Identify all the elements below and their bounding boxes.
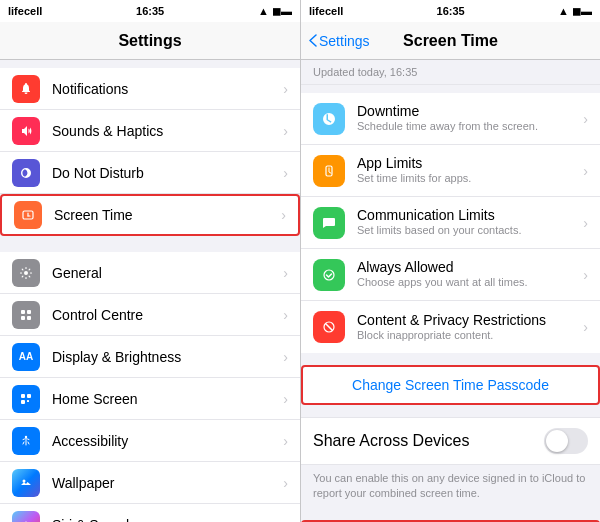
sounds-label: Sounds & Haptics: [52, 123, 277, 139]
right-status-icons: ▲ ◼▬: [558, 5, 592, 18]
sounds-icon: [12, 117, 40, 145]
left-time: 16:35: [136, 5, 164, 17]
siri-chevron: ›: [283, 517, 288, 523]
right-settings-list: Updated today, 16:35 Downtime Schedule t…: [301, 60, 600, 522]
change-passcode-button[interactable]: Change Screen Time Passcode: [301, 365, 600, 405]
always-allowed-icon: [313, 259, 345, 291]
back-button[interactable]: Settings: [309, 33, 370, 49]
updated-bar: Updated today, 16:35: [301, 60, 600, 85]
row-screentime[interactable]: Screen Time ›: [0, 194, 300, 236]
row-applimits[interactable]: App Limits Set time limits for apps. ›: [301, 145, 600, 197]
right-panel: lifecell 16:35 ▲ ◼▬ Settings Screen Time…: [300, 0, 600, 522]
dnd-label: Do Not Disturb: [52, 165, 277, 181]
communication-label: Communication Limits: [357, 207, 577, 223]
downtime-text: Downtime Schedule time away from the scr…: [357, 103, 577, 133]
control-centre-text: Control Centre: [52, 307, 277, 323]
row-control-centre[interactable]: Control Centre ›: [0, 294, 300, 336]
content-privacy-label: Content & Privacy Restrictions: [357, 312, 577, 328]
homescreen-chevron: ›: [283, 391, 288, 407]
row-display[interactable]: AA Display & Brightness ›: [0, 336, 300, 378]
accessibility-icon: [12, 427, 40, 455]
applimits-sublabel: Set time limits for apps.: [357, 172, 577, 185]
left-nav-bar: Settings: [0, 22, 300, 60]
row-dnd[interactable]: Do Not Disturb ›: [0, 152, 300, 194]
section-gap-right-1: [301, 353, 600, 361]
svg-point-17: [324, 270, 334, 280]
notifications-icon: [12, 75, 40, 103]
homescreen-icon: [12, 385, 40, 413]
updated-text: Updated today, 16:35: [313, 66, 417, 78]
left-settings-list: Notifications › Sounds & Haptics ›: [0, 60, 300, 522]
share-sublabel: You can enable this on any device signed…: [301, 465, 600, 508]
row-general[interactable]: General ›: [0, 252, 300, 294]
homescreen-text: Home Screen: [52, 391, 277, 407]
svg-rect-5: [27, 310, 31, 314]
notifications-chevron: ›: [283, 81, 288, 97]
svg-rect-7: [27, 316, 31, 320]
downtime-sublabel: Schedule time away from the screen.: [357, 120, 577, 133]
wallpaper-text: Wallpaper: [52, 475, 277, 491]
siri-text: Siri & Search: [52, 517, 277, 523]
always-allowed-label: Always Allowed: [357, 259, 577, 275]
display-icon: AA: [12, 343, 40, 371]
svg-rect-6: [21, 316, 25, 320]
communication-text: Communication Limits Set limits based on…: [357, 207, 577, 237]
accessibility-text: Accessibility: [52, 433, 277, 449]
row-wallpaper[interactable]: Wallpaper ›: [0, 462, 300, 504]
section-gap-1: [0, 236, 300, 244]
right-status-bar: lifecell 16:35 ▲ ◼▬: [301, 0, 600, 22]
wallpaper-icon: [12, 469, 40, 497]
screentime-text: Screen Time: [54, 207, 275, 223]
row-communication[interactable]: Communication Limits Set limits based on…: [301, 197, 600, 249]
left-section-1: Notifications › Sounds & Haptics ›: [0, 68, 300, 236]
svg-point-3: [24, 271, 28, 275]
display-label: Display & Brightness: [52, 349, 277, 365]
downtime-chevron: ›: [583, 111, 588, 127]
left-title: Settings: [118, 32, 181, 50]
row-sounds[interactable]: Sounds & Haptics ›: [0, 110, 300, 152]
siri-icon: [12, 511, 40, 523]
svg-point-12: [25, 435, 27, 437]
row-accessibility[interactable]: Accessibility ›: [0, 420, 300, 462]
left-panel: lifecell 16:35 ▲ ◼▬ Settings Notificatio…: [0, 0, 300, 522]
right-section-main: Downtime Schedule time away from the scr…: [301, 93, 600, 353]
row-notifications[interactable]: Notifications ›: [0, 68, 300, 110]
applimits-label: App Limits: [357, 155, 577, 171]
dnd-text: Do Not Disturb: [52, 165, 277, 181]
share-toggle[interactable]: [544, 428, 588, 454]
svg-rect-11: [27, 400, 29, 402]
row-always-allowed[interactable]: Always Allowed Choose apps you want at a…: [301, 249, 600, 301]
section-gap-right-2: [301, 409, 600, 417]
svg-line-19: [326, 324, 332, 330]
content-privacy-text: Content & Privacy Restrictions Block ina…: [357, 312, 577, 342]
downtime-icon: [313, 103, 345, 135]
svg-rect-8: [21, 394, 25, 398]
communication-sublabel: Set limits based on your contacts.: [357, 224, 577, 237]
left-carrier: lifecell: [8, 5, 42, 17]
wallpaper-label: Wallpaper: [52, 475, 277, 491]
right-title: Screen Time: [403, 32, 498, 50]
row-downtime[interactable]: Downtime Schedule time away from the scr…: [301, 93, 600, 145]
applimits-icon: [313, 155, 345, 187]
content-privacy-icon: [313, 311, 345, 343]
general-text: General: [52, 265, 277, 281]
wallpaper-chevron: ›: [283, 475, 288, 491]
display-text: Display & Brightness: [52, 349, 277, 365]
homescreen-label: Home Screen: [52, 391, 277, 407]
applimits-text: App Limits Set time limits for apps.: [357, 155, 577, 185]
section-gap-right-3: [301, 508, 600, 516]
right-nav-bar: Settings Screen Time: [301, 22, 600, 60]
control-centre-icon: [12, 301, 40, 329]
always-allowed-sublabel: Choose apps you want at all times.: [357, 276, 577, 289]
display-chevron: ›: [283, 349, 288, 365]
change-passcode-label: Change Screen Time Passcode: [352, 377, 549, 393]
screentime-chevron: ›: [281, 207, 286, 223]
row-homescreen[interactable]: Home Screen ›: [0, 378, 300, 420]
row-siri[interactable]: Siri & Search ›: [0, 504, 300, 522]
notifications-text: Notifications: [52, 81, 277, 97]
row-content-privacy[interactable]: Content & Privacy Restrictions Block ina…: [301, 301, 600, 353]
right-time: 16:35: [437, 5, 465, 17]
communication-chevron: ›: [583, 215, 588, 231]
right-carrier: lifecell: [309, 5, 343, 17]
dnd-chevron: ›: [283, 165, 288, 181]
